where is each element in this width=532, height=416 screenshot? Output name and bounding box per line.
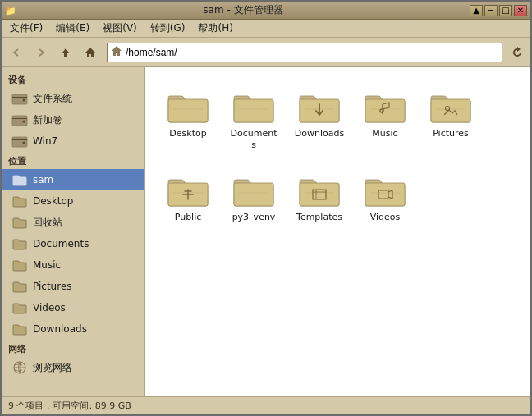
- sidebar-item-Pictures[interactable]: Pictures: [2, 276, 144, 297]
- sidebar-item-Music[interactable]: Music: [2, 254, 144, 276]
- file-item-Music[interactable]: Music: [355, 80, 415, 158]
- sidebar-label-回收站: 回收站: [33, 216, 62, 230]
- sidebar-label-Downloads: Downloads: [33, 323, 87, 335]
- svg-rect-1: [12, 97, 27, 98]
- file-label-Pictures: Pictures: [433, 128, 469, 139]
- menu-item-文件(F)[interactable]: 文件(F): [5, 20, 48, 37]
- sidebar-item-浏览网络[interactable]: 浏览网络: [2, 357, 144, 378]
- sidebar-label-Documents: Documents: [33, 238, 89, 249]
- close-button[interactable]: ✕: [514, 5, 527, 16]
- restore-button[interactable]: ─: [484, 5, 498, 16]
- file-label-Downloads: Downloads: [295, 128, 344, 139]
- menu-item-转到(G)[interactable]: 转到(G): [145, 20, 190, 37]
- file-item-py3_venv[interactable]: py3_venv: [224, 164, 283, 229]
- sidebar-icon-sam: [11, 171, 28, 188]
- titlebar: 📁 sam - 文件管理器 ▲ ─ □ ✕: [2, 2, 530, 20]
- menu-item-编辑(E)[interactable]: 编辑(E): [51, 20, 94, 37]
- sidebar-item-Downloads[interactable]: Downloads: [2, 318, 144, 340]
- sidebar-item-Videos[interactable]: Videos: [2, 297, 144, 318]
- folder-icon-Downloads: [296, 86, 342, 126]
- sidebar-icon-文件系统: [11, 90, 28, 107]
- file-label-Public: Public: [175, 212, 202, 223]
- statusbar: 9 个项目，可用空间: 89.9 GB: [2, 396, 530, 414]
- svg-rect-6: [12, 137, 27, 147]
- folder-icon-Pictures: [428, 86, 474, 126]
- file-label-Templates: Templates: [296, 212, 342, 223]
- menu-item-视图(V)[interactable]: 视图(V): [98, 20, 142, 37]
- maximize-button[interactable]: □: [499, 5, 512, 16]
- sidebar-icon-Pictures: [11, 278, 28, 295]
- sidebar-item-文件系统[interactable]: 文件系统: [2, 88, 144, 109]
- sidebar-item-Win7[interactable]: Win7: [2, 130, 144, 152]
- sidebar-item-Documents[interactable]: Documents: [2, 233, 144, 254]
- folder-icon-Templates: [296, 170, 342, 209]
- file-grid: Desktop Documents Downloads: [158, 80, 517, 383]
- file-item-Downloads[interactable]: Downloads: [290, 80, 349, 158]
- sidebar-label-Videos: Videos: [33, 302, 66, 313]
- main: 设备文件系统新加卷Win7位置samDesktop回收站DocumentsMus…: [2, 67, 530, 396]
- sidebar-icon-Downloads: [11, 321, 28, 337]
- menubar: 文件(F)编辑(E)视图(V)转到(G)帮助(H): [2, 20, 530, 38]
- svg-rect-0: [12, 94, 27, 104]
- sidebar-label-Music: Music: [33, 259, 61, 271]
- sidebar-icon-Desktop: [11, 193, 28, 209]
- folder-icon-Desktop: [165, 86, 211, 126]
- sidebar-item-sam[interactable]: sam: [2, 169, 144, 190]
- sidebar-icon-Music: [11, 257, 28, 273]
- folder-icon-py3_venv: [231, 170, 277, 209]
- address-bar-home-icon: [111, 45, 122, 59]
- sidebar-icon-新加卷: [11, 112, 28, 128]
- address-bar: [107, 43, 502, 62]
- file-label-Videos: Videos: [370, 212, 401, 223]
- titlebar-buttons: ▲ ─ □ ✕: [470, 5, 527, 16]
- file-label-Documents: Documents: [228, 128, 279, 152]
- file-item-Documents[interactable]: Documents: [224, 80, 283, 158]
- sidebar-label-文件系统: 文件系统: [33, 92, 72, 106]
- sidebar-section-位置: 位置: [2, 152, 144, 169]
- svg-rect-3: [12, 116, 27, 126]
- file-label-Desktop: Desktop: [169, 128, 206, 139]
- sidebar-label-sam: sam: [33, 174, 53, 185]
- sidebar-icon-Videos: [11, 299, 28, 316]
- refresh-button[interactable]: [507, 43, 527, 62]
- sidebar-icon-浏览网络: [11, 359, 28, 376]
- sidebar-item-Desktop[interactable]: Desktop: [2, 190, 144, 212]
- sidebar-section-网络: 网络: [2, 340, 144, 357]
- folder-icon-Documents: [231, 86, 277, 126]
- file-item-Pictures[interactable]: Pictures: [421, 80, 480, 158]
- folder-icon-Public: [165, 170, 211, 209]
- sidebar-icon-回收站: [11, 214, 28, 231]
- svg-rect-7: [12, 139, 27, 140]
- sidebar-item-回收站[interactable]: 回收站: [2, 212, 144, 233]
- titlebar-title: sam - 文件管理器: [16, 3, 470, 17]
- back-button[interactable]: [5, 41, 28, 64]
- up-button[interactable]: [54, 41, 77, 64]
- svg-rect-4: [12, 118, 27, 119]
- folder-icon-Music: [362, 86, 408, 126]
- svg-point-8: [23, 142, 25, 144]
- svg-point-5: [23, 121, 25, 123]
- sidebar-section-设备: 设备: [2, 71, 144, 88]
- svg-point-2: [23, 99, 25, 102]
- sidebar-label-Desktop: Desktop: [33, 195, 74, 207]
- home-button[interactable]: [79, 41, 102, 64]
- sidebar-label-浏览网络: 浏览网络: [33, 361, 72, 375]
- address-input[interactable]: [126, 47, 498, 58]
- forward-button[interactable]: [30, 41, 53, 64]
- file-item-Videos[interactable]: Videos: [355, 164, 415, 229]
- toolbar: [2, 38, 530, 67]
- file-item-Desktop[interactable]: Desktop: [158, 80, 218, 158]
- file-item-Public[interactable]: Public: [158, 164, 218, 229]
- menu-item-帮助(H)[interactable]: 帮助(H): [193, 20, 237, 37]
- file-area: Desktop Documents Downloads: [145, 67, 530, 396]
- file-item-Templates[interactable]: Templates: [290, 164, 349, 229]
- minimize-button[interactable]: ▲: [470, 5, 483, 16]
- sidebar-label-新加卷: 新加卷: [33, 113, 62, 127]
- sidebar: 设备文件系统新加卷Win7位置samDesktop回收站DocumentsMus…: [2, 67, 145, 396]
- file-label-Music: Music: [372, 128, 397, 139]
- sidebar-item-新加卷[interactable]: 新加卷: [2, 109, 144, 130]
- sidebar-icon-Win7: [11, 133, 28, 149]
- file-label-py3_venv: py3_venv: [232, 212, 276, 223]
- sidebar-label-Pictures: Pictures: [33, 281, 72, 292]
- status-text: 9 个项目，可用空间: 89.9 GB: [8, 400, 131, 412]
